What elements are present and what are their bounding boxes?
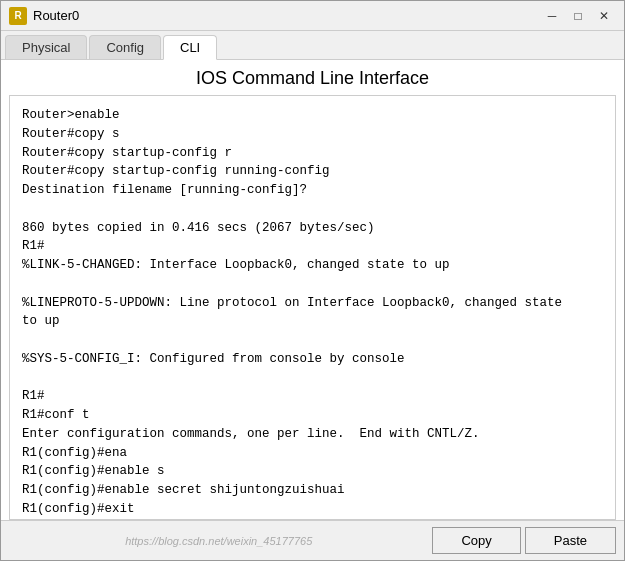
minimize-button[interactable]: ─ — [540, 6, 564, 26]
maximize-button[interactable]: □ — [566, 6, 590, 26]
tab-cli[interactable]: CLI — [163, 35, 217, 60]
copy-button[interactable]: Copy — [432, 527, 520, 554]
section-title: IOS Command Line Interface — [1, 68, 624, 89]
terminal-container: Router>enable Router#copy s Router#copy … — [9, 95, 616, 520]
window-controls: ─ □ ✕ — [540, 6, 616, 26]
main-window: R Router0 ─ □ ✕ Physical Config CLI IOS … — [0, 0, 625, 561]
tab-config[interactable]: Config — [89, 35, 161, 59]
tab-physical[interactable]: Physical — [5, 35, 87, 59]
paste-button[interactable]: Paste — [525, 527, 616, 554]
close-button[interactable]: ✕ — [592, 6, 616, 26]
content-area: IOS Command Line Interface Router>enable… — [1, 60, 624, 520]
window-title: Router0 — [33, 8, 540, 23]
tab-bar: Physical Config CLI — [1, 31, 624, 60]
title-bar: R Router0 ─ □ ✕ — [1, 1, 624, 31]
watermark: https://blog.csdn.net/weixin_45177765 — [9, 535, 428, 547]
bottom-bar: https://blog.csdn.net/weixin_45177765 Co… — [1, 520, 624, 560]
app-icon: R — [9, 7, 27, 25]
terminal-output[interactable]: Router>enable Router#copy s Router#copy … — [10, 96, 615, 519]
